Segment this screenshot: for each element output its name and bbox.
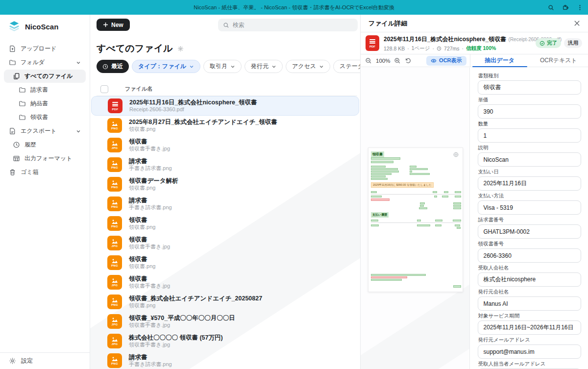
chevron-down-icon	[230, 64, 235, 69]
file-filename: 領収書手書き.jpg	[129, 283, 170, 289]
sidebar-item-5[interactable]: 領収書	[4, 111, 86, 124]
browser-tab-bar: NicoScan - 紙仕事、卒業。 - NicoScan - 領収書・請求書を…	[0, 0, 588, 15]
table-row[interactable]: PNG領収書領収書.png	[91, 214, 359, 233]
folder-icon	[9, 59, 16, 66]
zoom-in-icon[interactable]	[394, 57, 401, 64]
select-all-checkbox[interactable]	[100, 85, 108, 93]
filter-chip-3[interactable]: アクセス	[286, 60, 330, 73]
file-type-png-icon: PNG	[107, 255, 122, 270]
sidebar-item-8[interactable]: 出力フォーマット	[4, 152, 86, 165]
ocr-highlight-box	[442, 196, 448, 197]
file-name: 請求書	[129, 354, 172, 361]
sidebar-item-settings[interactable]: 設定	[0, 352, 90, 369]
ocr-highlight-box	[410, 173, 430, 175]
field-input[interactable]	[478, 296, 581, 311]
field-group-5: 支払い方法	[478, 193, 581, 215]
field-label: 領収書番号	[478, 241, 581, 247]
settings-label: 設定	[21, 357, 33, 365]
chevron-down-icon	[76, 60, 86, 65]
field-input[interactable]	[478, 104, 581, 119]
field-input[interactable]	[478, 152, 581, 167]
file-filename: 手書き請求書.png	[129, 204, 172, 211]
field-input[interactable]	[478, 224, 581, 239]
confidence-value: 信頼度 100%	[466, 45, 496, 52]
field-input[interactable]	[478, 80, 581, 95]
sidebar-item-label: ゴミ箱	[21, 168, 39, 176]
ocr-highlight-box	[417, 220, 421, 221]
ocr-highlight-box	[371, 194, 461, 195]
table-row[interactable]: PNG請求書手書き請求書.png	[91, 351, 359, 369]
ocr-toggle-button[interactable]: OCR表示	[426, 56, 466, 66]
filter-recent[interactable]: 最近	[97, 60, 129, 73]
sidebar-item-7[interactable]: 履歴	[4, 138, 86, 151]
ocr-highlight-box	[453, 220, 461, 221]
table-row[interactable]: PNG領収書データ解析領収書.png	[91, 174, 359, 194]
browser-extensions-icon[interactable]	[562, 4, 569, 11]
ocr-highlight-box	[371, 279, 402, 281]
sidebar-item-4[interactable]: 納品書	[4, 97, 86, 110]
trash-icon	[9, 169, 16, 176]
tab-ocr-text[interactable]: OCRテキスト	[529, 54, 588, 67]
table-row[interactable]: JPG株式会社〇〇〇〇 領収書 (57万円)領収書手書き.jpg	[91, 331, 359, 351]
field-group-6: 請求書番号	[478, 217, 581, 239]
sidebar-item-9[interactable]: ゴミ箱	[4, 166, 86, 179]
filter-chip-label: ステータス	[340, 62, 360, 71]
field-label: 請求書番号	[478, 217, 581, 223]
sidebar-item-3[interactable]: 請求書	[4, 83, 86, 97]
tab-extracted-data[interactable]: 抽出データ	[470, 54, 529, 67]
table-row[interactable]: JPG領収書領収書手書き.jpg	[91, 135, 359, 155]
sidebar-item-6[interactable]: エクスポート	[4, 124, 86, 138]
table-row[interactable]: PNG2025年8月27日_株式会社エイチアンドエイチ_領収書領収書.png	[91, 116, 359, 135]
sidebar-item-label: 請求書	[30, 86, 48, 94]
table-row[interactable]: JPG領収書領収書手書き.jpg	[91, 272, 359, 292]
search-box[interactable]	[218, 19, 358, 31]
ocr-highlight-box	[371, 191, 377, 193]
document-preview[interactable]: 領収書 2025年11月16日に $390.00 を領収いたしました 支払い履歴	[361, 68, 469, 369]
close-icon[interactable]	[574, 20, 580, 26]
browser-menu-icon[interactable]	[577, 4, 583, 11]
field-input[interactable]	[478, 320, 581, 335]
field-group-11: 発行元メールアドレス	[478, 337, 581, 359]
table-row[interactable]: PNG領収書領収書.png	[91, 253, 359, 272]
sidebar-item-1[interactable]: フォルダ	[4, 56, 86, 69]
field-input[interactable]	[478, 176, 581, 191]
filter-chip-4[interactable]: ステータス	[333, 60, 360, 73]
page-settings-icon[interactable]	[177, 46, 184, 52]
filter-chip-0[interactable]: タイプ：ファイル	[132, 60, 200, 73]
sidebar-item-2[interactable]: すべてのファイル	[4, 70, 86, 83]
file-name: 領収書	[129, 236, 170, 244]
ocr-highlight-box	[371, 276, 407, 278]
table-row[interactable]: PNG領収書_株式会社エイチアンドエイチ_20250827領収書.png	[91, 292, 359, 312]
field-group-8: 受取人会社名	[478, 265, 581, 287]
file-name: 領収書_株式会社エイチアンドエイチ_20250827	[129, 295, 262, 302]
filter-chip-2[interactable]: 発行元	[245, 60, 283, 73]
main-area: New すべてのファイル 最近 タイプ：ファイル取引月発行元アクセスステータス …	[90, 15, 360, 369]
ocr-highlight-box	[457, 227, 461, 229]
field-input[interactable]	[478, 200, 581, 215]
table-row[interactable]: PDF2025年11月16日_株式会社nicosphere_領収書Receipt…	[91, 96, 359, 116]
ocr-highlight-box	[371, 274, 426, 276]
field-group-4: 支払い日	[478, 169, 581, 191]
zoom-out-icon[interactable]	[365, 57, 372, 64]
new-button[interactable]: New	[97, 19, 130, 31]
field-input[interactable]	[478, 272, 581, 287]
chevron-down-icon	[189, 64, 194, 69]
sidebar-item-0[interactable]: アップロード	[4, 42, 86, 55]
table-row[interactable]: PNG請求書手書き請求書.png	[91, 155, 359, 174]
ocr-highlight-box	[371, 171, 399, 172]
field-label: 支払い日	[478, 169, 581, 175]
table-row[interactable]: JPG領収書領収書手書き.jpg	[91, 233, 359, 253]
field-input[interactable]	[478, 248, 581, 263]
field-input[interactable]	[478, 128, 581, 143]
field-label: 単価	[478, 97, 581, 103]
browser-search-icon[interactable]	[548, 4, 554, 11]
field-input[interactable]	[478, 344, 581, 359]
table-row[interactable]: JPG領収書_¥570_平成〇〇年〇〇月〇〇日領収書手書き.jpg	[91, 312, 359, 331]
rotate-icon[interactable]	[405, 57, 412, 64]
search-input[interactable]	[233, 22, 353, 28]
file-type-jpg-icon: JPG	[107, 138, 122, 152]
filter-chip-1[interactable]: 取引月	[203, 60, 242, 73]
search-icon	[223, 22, 229, 28]
table-row[interactable]: PNG請求書手書き請求書.png	[91, 194, 359, 214]
ocr-highlight-box	[371, 168, 398, 170]
